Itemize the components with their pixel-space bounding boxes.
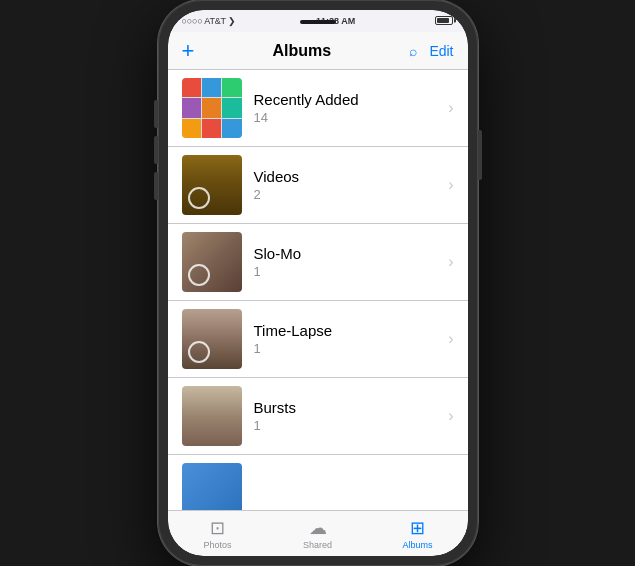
album-info: Bursts 1 bbox=[242, 399, 445, 433]
battery-label bbox=[435, 16, 453, 27]
album-name: Time-Lapse bbox=[254, 322, 445, 339]
speaker bbox=[300, 20, 336, 24]
content-area: Recently Added 14 › Videos 2 › bbox=[168, 70, 468, 510]
carrier-label: ○○○○ AT&T ❯ bbox=[182, 16, 236, 26]
album-item[interactable]: Videos 2 › bbox=[168, 147, 468, 224]
tab-shared-label: Shared bbox=[303, 540, 332, 550]
album-list: Recently Added 14 › Videos 2 › bbox=[168, 70, 468, 510]
album-name: Slo-Mo bbox=[254, 245, 445, 262]
chevron-icon: › bbox=[448, 176, 453, 194]
thumb-cell bbox=[182, 78, 201, 97]
album-item[interactable]: Time-Lapse 1 › bbox=[168, 301, 468, 378]
chevron-icon: › bbox=[448, 253, 453, 271]
tab-bar: ⊡ Photos ☁ Shared ⊞ Albums bbox=[168, 510, 468, 556]
album-item[interactable]: Slo-Mo 1 › bbox=[168, 224, 468, 301]
thumb-cell bbox=[182, 98, 201, 117]
screen: ○○○○ AT&T ❯ 11:28 AM + Albums ⌕ Edit bbox=[168, 10, 468, 556]
nav-bar: + Albums ⌕ Edit bbox=[168, 32, 468, 70]
nav-title: Albums bbox=[273, 42, 332, 60]
tab-albums-label: Albums bbox=[402, 540, 432, 550]
album-info: Time-Lapse 1 bbox=[242, 322, 445, 356]
tab-shared[interactable]: ☁ Shared bbox=[268, 517, 368, 550]
chevron-icon: › bbox=[448, 99, 453, 117]
chevron-icon: › bbox=[448, 407, 453, 425]
battery-icon bbox=[435, 16, 453, 25]
thumb-cell bbox=[202, 98, 221, 117]
album-item-partial[interactable] bbox=[168, 455, 468, 510]
album-info: Recently Added 14 bbox=[242, 91, 445, 125]
album-thumbnail-partial bbox=[182, 463, 242, 510]
album-thumbnail-bursts bbox=[182, 386, 242, 446]
phone-inner: ○○○○ AT&T ❯ 11:28 AM + Albums ⌕ Edit bbox=[168, 10, 468, 556]
album-thumbnail-videos bbox=[182, 155, 242, 215]
thumb-cell bbox=[202, 78, 221, 97]
album-count: 14 bbox=[254, 110, 445, 125]
album-info: Videos 2 bbox=[242, 168, 445, 202]
phone-frame: ○○○○ AT&T ❯ 11:28 AM + Albums ⌕ Edit bbox=[158, 0, 478, 566]
battery-fill bbox=[437, 18, 448, 23]
thumb-cell bbox=[222, 119, 241, 138]
album-name: Bursts bbox=[254, 399, 445, 416]
edit-button[interactable]: Edit bbox=[429, 43, 453, 59]
thumb-cell bbox=[222, 78, 241, 97]
albums-icon: ⊞ bbox=[410, 517, 425, 539]
album-thumbnail-timelapse bbox=[182, 309, 242, 369]
thumb-cell bbox=[202, 119, 221, 138]
status-icons bbox=[435, 16, 453, 27]
thumb-cell bbox=[222, 98, 241, 117]
shared-icon: ☁ bbox=[309, 517, 327, 539]
album-info: Slo-Mo 1 bbox=[242, 245, 445, 279]
tab-albums[interactable]: ⊞ Albums bbox=[368, 517, 468, 550]
chevron-icon: › bbox=[448, 330, 453, 348]
album-thumbnail-recently-added bbox=[182, 78, 242, 138]
album-count: 2 bbox=[254, 187, 445, 202]
album-thumbnail-slomo bbox=[182, 232, 242, 292]
album-name: Recently Added bbox=[254, 91, 445, 108]
album-item[interactable]: Bursts 1 › bbox=[168, 378, 468, 455]
album-count: 1 bbox=[254, 341, 445, 356]
nav-actions: ⌕ Edit bbox=[409, 43, 453, 59]
album-name: Videos bbox=[254, 168, 445, 185]
tab-photos-label: Photos bbox=[203, 540, 231, 550]
album-item[interactable]: Recently Added 14 › bbox=[168, 70, 468, 147]
add-button[interactable]: + bbox=[182, 40, 195, 62]
album-count: 1 bbox=[254, 264, 445, 279]
tab-photos[interactable]: ⊡ Photos bbox=[168, 517, 268, 550]
thumb-cell bbox=[182, 119, 201, 138]
photos-icon: ⊡ bbox=[210, 517, 225, 539]
search-icon[interactable]: ⌕ bbox=[409, 43, 417, 59]
album-count: 1 bbox=[254, 418, 445, 433]
